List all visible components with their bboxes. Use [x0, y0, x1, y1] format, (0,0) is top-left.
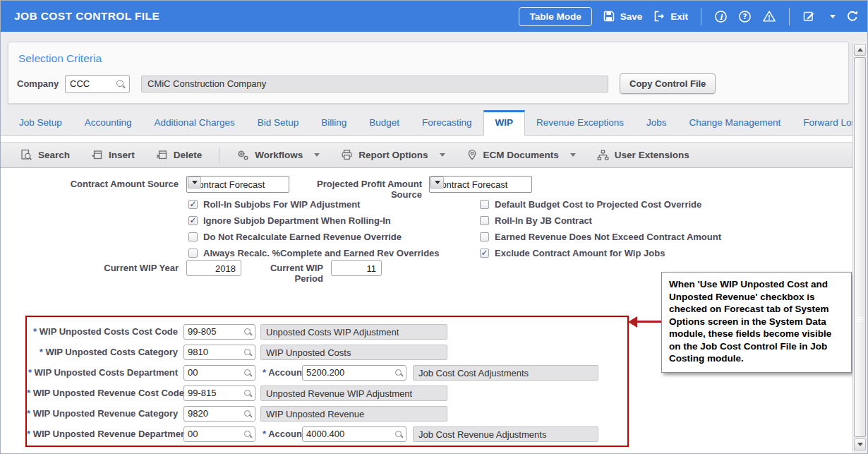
callout-arrow-line	[637, 321, 661, 323]
tab-jobs[interactable]: Jobs	[635, 111, 678, 135]
warning-icon[interactable]	[762, 10, 776, 23]
tab-revenue-exceptions[interactable]: Revenue Exceptions	[525, 111, 635, 135]
search-icon[interactable]	[244, 369, 251, 376]
toolbar-label: Search	[38, 150, 70, 160]
exit-button[interactable]: Exit	[653, 10, 688, 23]
search-icon[interactable]	[244, 410, 251, 417]
checkbox-label: Default Budget Cost to Projected Cost Ov…	[495, 199, 701, 210]
toolbar-label: Delete	[174, 150, 203, 160]
checkbox-row: ✓Ignore Subjob Department When Rolling-I…	[188, 213, 440, 229]
search-icon[interactable]	[395, 431, 402, 438]
wip-unposted-revenue-department-input[interactable]: 00	[183, 426, 255, 442]
selection-criteria-title: Selection Criteria	[18, 52, 102, 65]
required-asterisk: *	[28, 367, 35, 378]
chevron-down-icon[interactable]	[440, 153, 445, 157]
chevron-down-icon[interactable]	[314, 153, 320, 157]
checkbox-roll-in-by-jb-contract[interactable]	[480, 216, 489, 225]
tab-bid-setup[interactable]: Bid Setup	[246, 111, 311, 135]
tab-forecasting[interactable]: Forecasting	[411, 111, 483, 135]
checkbox-earned-revenue-does-not-exceed-contract-amount[interactable]	[480, 232, 489, 241]
toolbar-label: User Extensions	[615, 150, 689, 160]
checkbox-label: Exclude Contract Amount for Wip Jobs	[495, 248, 665, 258]
field-value: 99-805	[188, 326, 216, 337]
search-icon[interactable]	[116, 80, 125, 88]
toolbar-delete-button[interactable]: Delete	[156, 149, 203, 161]
company-code-input[interactable]: CCC	[65, 75, 130, 93]
arrow-down-icon	[857, 443, 863, 446]
projected-profit-source-select[interactable]: Contract Forecast	[429, 176, 532, 193]
search-icon[interactable]	[244, 349, 251, 356]
checkbox-row: Earned Revenue Does Not Exceed Contract …	[480, 229, 721, 245]
wip-unposted-costs-department-input[interactable]: 00	[183, 365, 255, 381]
current-wip-period-input[interactable]: 11	[331, 260, 382, 276]
search-icon	[20, 149, 32, 161]
account-input[interactable]: 4000.400	[302, 426, 406, 442]
toolbar: SearchInsertDeleteWorkflowsReport Option…	[1, 142, 853, 168]
info-icon[interactable]: i	[714, 10, 728, 23]
search-icon[interactable]	[395, 369, 402, 376]
field-label-wip-unposted-costs-department: * WIP Unposted Costs Department	[27, 367, 183, 378]
checkbox-always-recalc-complete-and-earned-rev-overrides[interactable]	[188, 249, 198, 258]
tab-change-management[interactable]: Change Management	[677, 111, 792, 135]
checkbox-label: Always Recalc. %Complete and Earned Rev …	[203, 248, 440, 258]
save-button[interactable]: Save	[603, 10, 643, 23]
tab-billing[interactable]: Billing	[310, 111, 358, 135]
checkbox-do-not-recalculate-earned-revenue-override[interactable]	[188, 232, 198, 241]
header-actions: Table Mode Save Exit i ?	[519, 7, 859, 26]
description-field: Unposted Costs WIP Adjustment	[260, 324, 447, 340]
checkbox-exclude-contract-amount-for-wip-jobs[interactable]: ✓	[480, 249, 489, 258]
search-icon[interactable]	[244, 328, 251, 335]
chevron-down-icon[interactable]	[830, 15, 836, 18]
company-code-value: CCC	[70, 78, 90, 89]
workflows-gears-icon	[236, 149, 249, 161]
help-icon[interactable]: ?	[738, 10, 752, 23]
wip-unposted-costs-cost-code-input[interactable]: 99-805	[183, 324, 255, 340]
scrollbar-thumb[interactable]	[854, 57, 866, 437]
toolbar-workflows-button[interactable]: Workflows	[236, 149, 320, 161]
tab-job-setup[interactable]: Job Setup	[8, 111, 73, 135]
wip-unposted-revenue-cost-code-input[interactable]: 99-815	[183, 386, 255, 401]
toolbar-user-extensions-button[interactable]: User Extensions	[597, 150, 689, 161]
company-name-field: CMiC Construction Company	[141, 76, 608, 92]
svg-text:i: i	[719, 12, 723, 21]
tab-additional-charges[interactable]: Additional Charges	[143, 111, 246, 135]
chevron-down-icon[interactable]	[570, 153, 576, 157]
required-asterisk: *	[33, 326, 40, 337]
search-icon[interactable]	[244, 431, 251, 438]
edit-note-icon[interactable]	[802, 10, 815, 23]
toolbar-report-options-button[interactable]: Report Options	[341, 149, 445, 161]
scroll-down-button[interactable]	[854, 438, 866, 450]
refresh-icon[interactable]	[846, 10, 859, 23]
account-input[interactable]: 5200.200	[302, 365, 406, 381]
checkbox-roll-in-subjobs-for-wip-adjustment[interactable]: ✓	[188, 200, 198, 209]
checkbox-label: Roll-In By JB Contract	[495, 215, 592, 226]
dropdown-button[interactable]	[188, 177, 201, 189]
current-wip-year-input[interactable]: 2018	[186, 260, 241, 276]
tab-budget[interactable]: Budget	[358, 111, 411, 135]
table-mode-button[interactable]: Table Mode	[519, 7, 591, 26]
scroll-up-button[interactable]	[854, 44, 866, 56]
copy-control-file-button[interactable]: Copy Control File	[620, 73, 716, 94]
tab-wip[interactable]: WIP	[483, 110, 526, 136]
vertical-scrollbar[interactable]	[852, 42, 867, 453]
dropdown-button[interactable]	[430, 177, 444, 189]
app-header: JOB COST CONTROL FILE Table Mode Save Ex…	[1, 1, 867, 32]
chevron-down-icon	[435, 181, 440, 184]
checkbox-ignore-subjob-department-when-rolling-in[interactable]: ✓	[188, 216, 198, 225]
checkbox-label: Roll-In Subjobs For WIP Adjustment	[203, 199, 360, 210]
unposted-field-row: * WIP Unposted Revenue Department00* Acc…	[27, 424, 627, 444]
save-label: Save	[620, 11, 643, 22]
toolbar-search-button[interactable]: Search	[20, 149, 70, 161]
contract-amount-source-select[interactable]: Contract Forecast	[186, 176, 289, 193]
svg-text:?: ?	[742, 12, 747, 20]
checkbox-default-budget-cost-to-projected-cost-override[interactable]	[480, 200, 489, 209]
wip-unposted-revenue-category-input[interactable]: 9820	[183, 406, 255, 422]
checkbox-row: Do Not Recalculate Earned Revenue Overri…	[188, 229, 440, 245]
wip-unposted-costs-category-input[interactable]: 9810	[183, 345, 255, 360]
tab-accounting[interactable]: Accounting	[73, 111, 143, 135]
search-icon[interactable]	[244, 390, 251, 397]
toolbar-label: Workflows	[255, 150, 303, 160]
toolbar-ecm-documents-button[interactable]: ECM Documents	[466, 149, 576, 161]
required-asterisk: *	[263, 367, 268, 378]
toolbar-insert-button[interactable]: Insert	[91, 149, 135, 161]
